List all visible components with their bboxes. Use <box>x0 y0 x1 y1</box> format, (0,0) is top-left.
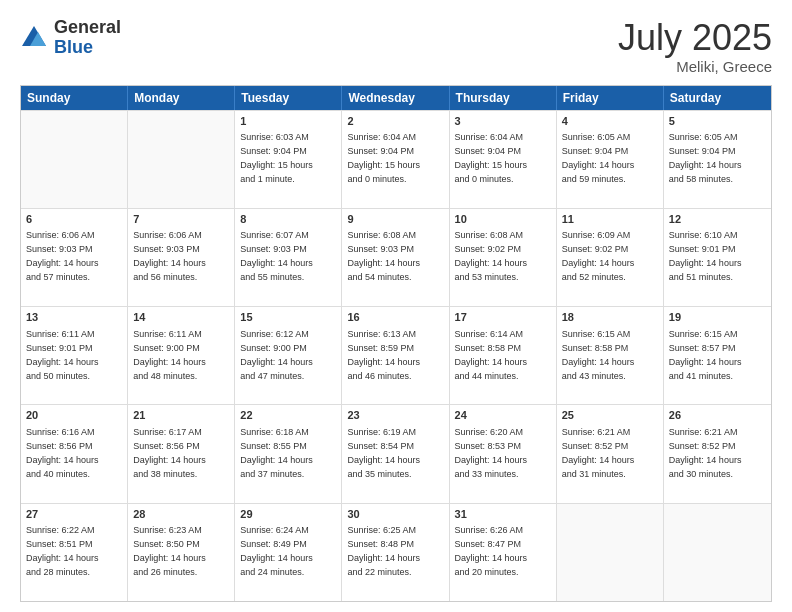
calendar-cell: 14Sunrise: 6:11 AM Sunset: 9:00 PM Dayli… <box>128 307 235 404</box>
title-month: July 2025 <box>618 18 772 58</box>
calendar-row: 27Sunrise: 6:22 AM Sunset: 8:51 PM Dayli… <box>21 503 771 601</box>
calendar-header-cell: Saturday <box>664 86 771 110</box>
calendar-row: 6Sunrise: 6:06 AM Sunset: 9:03 PM Daylig… <box>21 208 771 306</box>
cell-text: Sunrise: 6:14 AM Sunset: 8:58 PM Dayligh… <box>455 329 528 381</box>
calendar-cell: 29Sunrise: 6:24 AM Sunset: 8:49 PM Dayli… <box>235 504 342 601</box>
day-number: 24 <box>455 408 551 423</box>
calendar-cell <box>557 504 664 601</box>
day-number: 15 <box>240 310 336 325</box>
calendar-header-cell: Sunday <box>21 86 128 110</box>
cell-text: Sunrise: 6:06 AM Sunset: 9:03 PM Dayligh… <box>133 230 206 282</box>
calendar-row: 20Sunrise: 6:16 AM Sunset: 8:56 PM Dayli… <box>21 404 771 502</box>
cell-text: Sunrise: 6:16 AM Sunset: 8:56 PM Dayligh… <box>26 427 99 479</box>
cell-text: Sunrise: 6:03 AM Sunset: 9:04 PM Dayligh… <box>240 132 313 184</box>
cell-text: Sunrise: 6:04 AM Sunset: 9:04 PM Dayligh… <box>455 132 528 184</box>
day-number: 29 <box>240 507 336 522</box>
cell-text: Sunrise: 6:15 AM Sunset: 8:58 PM Dayligh… <box>562 329 635 381</box>
logo-general: General <box>54 18 121 38</box>
cell-text: Sunrise: 6:05 AM Sunset: 9:04 PM Dayligh… <box>562 132 635 184</box>
cell-text: Sunrise: 6:20 AM Sunset: 8:53 PM Dayligh… <box>455 427 528 479</box>
day-number: 2 <box>347 114 443 129</box>
calendar-cell: 20Sunrise: 6:16 AM Sunset: 8:56 PM Dayli… <box>21 405 128 502</box>
cell-text: Sunrise: 6:12 AM Sunset: 9:00 PM Dayligh… <box>240 329 313 381</box>
cell-text: Sunrise: 6:23 AM Sunset: 8:50 PM Dayligh… <box>133 525 206 577</box>
calendar-header-cell: Thursday <box>450 86 557 110</box>
cell-text: Sunrise: 6:10 AM Sunset: 9:01 PM Dayligh… <box>669 230 742 282</box>
day-number: 10 <box>455 212 551 227</box>
cell-text: Sunrise: 6:11 AM Sunset: 9:01 PM Dayligh… <box>26 329 99 381</box>
cell-text: Sunrise: 6:24 AM Sunset: 8:49 PM Dayligh… <box>240 525 313 577</box>
day-number: 9 <box>347 212 443 227</box>
calendar-cell: 17Sunrise: 6:14 AM Sunset: 8:58 PM Dayli… <box>450 307 557 404</box>
cell-text: Sunrise: 6:06 AM Sunset: 9:03 PM Dayligh… <box>26 230 99 282</box>
calendar: SundayMondayTuesdayWednesdayThursdayFrid… <box>20 85 772 602</box>
calendar-cell: 4Sunrise: 6:05 AM Sunset: 9:04 PM Daylig… <box>557 111 664 208</box>
day-number: 12 <box>669 212 766 227</box>
calendar-cell <box>21 111 128 208</box>
calendar-header-cell: Wednesday <box>342 86 449 110</box>
calendar-cell: 19Sunrise: 6:15 AM Sunset: 8:57 PM Dayli… <box>664 307 771 404</box>
calendar-cell: 15Sunrise: 6:12 AM Sunset: 9:00 PM Dayli… <box>235 307 342 404</box>
cell-text: Sunrise: 6:07 AM Sunset: 9:03 PM Dayligh… <box>240 230 313 282</box>
calendar-cell <box>128 111 235 208</box>
logo-icon <box>20 24 48 52</box>
calendar-header-cell: Tuesday <box>235 86 342 110</box>
calendar-cell: 28Sunrise: 6:23 AM Sunset: 8:50 PM Dayli… <box>128 504 235 601</box>
calendar-cell <box>664 504 771 601</box>
day-number: 5 <box>669 114 766 129</box>
calendar-cell: 2Sunrise: 6:04 AM Sunset: 9:04 PM Daylig… <box>342 111 449 208</box>
cell-text: Sunrise: 6:08 AM Sunset: 9:02 PM Dayligh… <box>455 230 528 282</box>
cell-text: Sunrise: 6:21 AM Sunset: 8:52 PM Dayligh… <box>669 427 742 479</box>
calendar-body: 1Sunrise: 6:03 AM Sunset: 9:04 PM Daylig… <box>21 110 771 601</box>
day-number: 3 <box>455 114 551 129</box>
calendar-header-row: SundayMondayTuesdayWednesdayThursdayFrid… <box>21 86 771 110</box>
cell-text: Sunrise: 6:11 AM Sunset: 9:00 PM Dayligh… <box>133 329 206 381</box>
day-number: 7 <box>133 212 229 227</box>
day-number: 22 <box>240 408 336 423</box>
title-block: July 2025 Meliki, Greece <box>618 18 772 75</box>
calendar-cell: 16Sunrise: 6:13 AM Sunset: 8:59 PM Dayli… <box>342 307 449 404</box>
day-number: 23 <box>347 408 443 423</box>
day-number: 18 <box>562 310 658 325</box>
calendar-cell: 24Sunrise: 6:20 AM Sunset: 8:53 PM Dayli… <box>450 405 557 502</box>
calendar-cell: 26Sunrise: 6:21 AM Sunset: 8:52 PM Dayli… <box>664 405 771 502</box>
day-number: 6 <box>26 212 122 227</box>
cell-text: Sunrise: 6:04 AM Sunset: 9:04 PM Dayligh… <box>347 132 420 184</box>
calendar-cell: 13Sunrise: 6:11 AM Sunset: 9:01 PM Dayli… <box>21 307 128 404</box>
day-number: 26 <box>669 408 766 423</box>
calendar-cell: 25Sunrise: 6:21 AM Sunset: 8:52 PM Dayli… <box>557 405 664 502</box>
logo-text: General Blue <box>54 18 121 58</box>
calendar-cell: 6Sunrise: 6:06 AM Sunset: 9:03 PM Daylig… <box>21 209 128 306</box>
calendar-row: 1Sunrise: 6:03 AM Sunset: 9:04 PM Daylig… <box>21 110 771 208</box>
day-number: 14 <box>133 310 229 325</box>
day-number: 27 <box>26 507 122 522</box>
day-number: 20 <box>26 408 122 423</box>
calendar-cell: 18Sunrise: 6:15 AM Sunset: 8:58 PM Dayli… <box>557 307 664 404</box>
day-number: 21 <box>133 408 229 423</box>
calendar-cell: 22Sunrise: 6:18 AM Sunset: 8:55 PM Dayli… <box>235 405 342 502</box>
day-number: 30 <box>347 507 443 522</box>
day-number: 19 <box>669 310 766 325</box>
cell-text: Sunrise: 6:05 AM Sunset: 9:04 PM Dayligh… <box>669 132 742 184</box>
day-number: 31 <box>455 507 551 522</box>
cell-text: Sunrise: 6:09 AM Sunset: 9:02 PM Dayligh… <box>562 230 635 282</box>
calendar-cell: 10Sunrise: 6:08 AM Sunset: 9:02 PM Dayli… <box>450 209 557 306</box>
calendar-cell: 12Sunrise: 6:10 AM Sunset: 9:01 PM Dayli… <box>664 209 771 306</box>
cell-text: Sunrise: 6:08 AM Sunset: 9:03 PM Dayligh… <box>347 230 420 282</box>
calendar-header-cell: Monday <box>128 86 235 110</box>
cell-text: Sunrise: 6:22 AM Sunset: 8:51 PM Dayligh… <box>26 525 99 577</box>
calendar-cell: 3Sunrise: 6:04 AM Sunset: 9:04 PM Daylig… <box>450 111 557 208</box>
day-number: 1 <box>240 114 336 129</box>
day-number: 8 <box>240 212 336 227</box>
cell-text: Sunrise: 6:21 AM Sunset: 8:52 PM Dayligh… <box>562 427 635 479</box>
day-number: 17 <box>455 310 551 325</box>
header: General Blue July 2025 Meliki, Greece <box>20 18 772 75</box>
calendar-cell: 21Sunrise: 6:17 AM Sunset: 8:56 PM Dayli… <box>128 405 235 502</box>
cell-text: Sunrise: 6:19 AM Sunset: 8:54 PM Dayligh… <box>347 427 420 479</box>
day-number: 25 <box>562 408 658 423</box>
logo-blue: Blue <box>54 38 121 58</box>
calendar-cell: 30Sunrise: 6:25 AM Sunset: 8:48 PM Dayli… <box>342 504 449 601</box>
calendar-cell: 9Sunrise: 6:08 AM Sunset: 9:03 PM Daylig… <box>342 209 449 306</box>
calendar-cell: 23Sunrise: 6:19 AM Sunset: 8:54 PM Dayli… <box>342 405 449 502</box>
calendar-cell: 1Sunrise: 6:03 AM Sunset: 9:04 PM Daylig… <box>235 111 342 208</box>
